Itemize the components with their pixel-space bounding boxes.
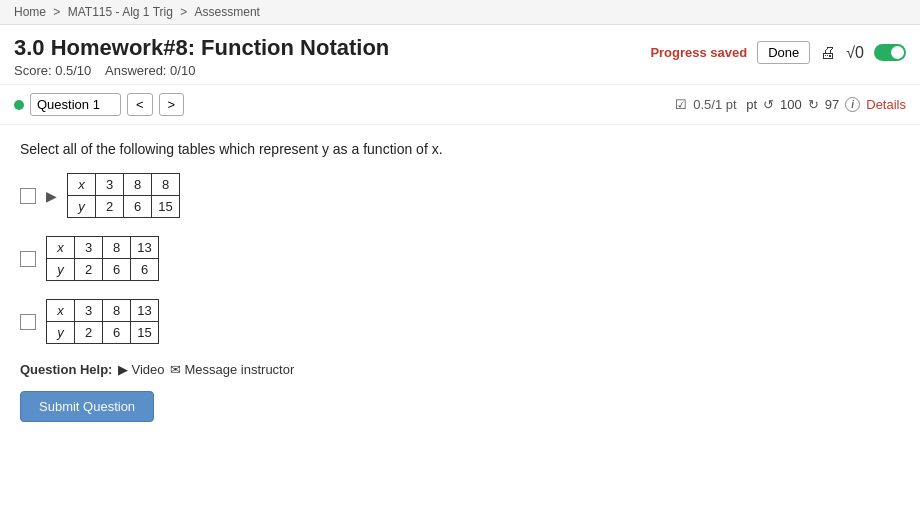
y-label-1: y	[68, 196, 96, 218]
question-nav-left: Question 1 < >	[14, 93, 184, 116]
y-label-3: y	[47, 322, 75, 344]
video-label: Video	[131, 362, 164, 377]
score-info: Score: 0.5/10 Answered: 0/10	[14, 63, 389, 78]
y3-val2: 6	[103, 322, 131, 344]
breadcrumb-course[interactable]: MAT115 - Alg 1 Trig	[68, 5, 173, 19]
table-option-3: x 3 8 13 y 2 6 15	[20, 299, 900, 344]
checkbox-icon: ☑	[675, 97, 687, 112]
pt-label: pt	[743, 97, 757, 112]
y3-val1: 2	[75, 322, 103, 344]
y-label-2: y	[47, 259, 75, 281]
breadcrumb: Home > MAT115 - Alg 1 Trig > Assessment	[0, 0, 920, 25]
info-icon[interactable]: i	[845, 97, 860, 112]
tries-count: 100	[780, 97, 802, 112]
question-status-dot	[14, 100, 24, 110]
question-selector[interactable]: Question 1	[30, 93, 121, 116]
table-2: x 3 8 13 y 2 6 6	[46, 236, 159, 281]
header-left: 3.0 Homework#8: Function Notation Score:…	[14, 35, 389, 78]
question-help: Question Help: ▶ Video ✉ Message instruc…	[20, 362, 900, 377]
table-option-2: x 3 8 13 y 2 6 6	[20, 236, 900, 281]
x-label-2: x	[47, 237, 75, 259]
details-link[interactable]: Details	[866, 97, 906, 112]
y2-val2: 6	[103, 259, 131, 281]
x3-val3: 13	[131, 300, 159, 322]
x-label-3: x	[47, 300, 75, 322]
page-title: 3.0 Homework#8: Function Notation	[14, 35, 389, 61]
score-label: Score: 0.5/10	[14, 63, 91, 78]
y3-val3: 15	[131, 322, 159, 344]
x1-val3: 8	[152, 174, 180, 196]
done-button[interactable]: Done	[757, 41, 810, 64]
checkbox-2[interactable]	[20, 251, 36, 267]
points-display: 0.5/1 pt	[693, 97, 736, 112]
checkbox-1[interactable]	[20, 188, 36, 204]
header-area: 3.0 Homework#8: Function Notation Score:…	[0, 25, 920, 85]
refresh-icon: ↻	[808, 97, 819, 112]
x2-val2: 8	[103, 237, 131, 259]
y1-val1: 2	[96, 196, 124, 218]
y2-val3: 6	[131, 259, 159, 281]
video-icon: ▶	[118, 362, 128, 377]
print-icon[interactable]: 🖨	[820, 44, 836, 62]
next-question-button[interactable]: >	[159, 93, 185, 116]
y2-val1: 2	[75, 259, 103, 281]
sqrt-icon: √0	[846, 44, 864, 62]
progress-saved-label: Progress saved	[650, 45, 747, 60]
email-icon: ✉	[170, 362, 181, 377]
breadcrumb-current: Assessment	[195, 5, 260, 19]
cursor-icon-1: ▶	[46, 188, 57, 204]
question-nav-right: ☑ 0.5/1 pt pt ↺ 100 ↻ 97 i Details	[675, 97, 906, 112]
question-text: Select all of the following tables which…	[20, 141, 900, 157]
answered-label: Answered: 0/10	[105, 63, 195, 78]
x3-val1: 3	[75, 300, 103, 322]
prev-question-button[interactable]: <	[127, 93, 153, 116]
submit-button[interactable]: Submit Question	[20, 391, 154, 422]
header-right: Progress saved Done 🖨 √0	[650, 41, 906, 64]
x1-val1: 3	[96, 174, 124, 196]
y1-val3: 15	[152, 196, 180, 218]
x2-val3: 13	[131, 237, 159, 259]
x1-val2: 8	[124, 174, 152, 196]
y1-val2: 6	[124, 196, 152, 218]
table-3: x 3 8 13 y 2 6 15	[46, 299, 159, 344]
tries-icon: ↺	[763, 97, 774, 112]
refresh-count: 97	[825, 97, 839, 112]
message-instructor-link[interactable]: ✉ Message instructor	[170, 362, 294, 377]
video-link[interactable]: ▶ Video	[118, 362, 164, 377]
toggle-switch[interactable]	[874, 44, 906, 61]
x3-val2: 8	[103, 300, 131, 322]
checkbox-3[interactable]	[20, 314, 36, 330]
message-label: Message instructor	[184, 362, 294, 377]
table-1: x 3 8 8 y 2 6 15	[67, 173, 180, 218]
help-label: Question Help:	[20, 362, 112, 377]
table-option-1: ▶ x 3 8 8 y 2 6 15	[20, 173, 900, 218]
submit-area: Submit Question	[20, 377, 900, 422]
main-content: Select all of the following tables which…	[0, 125, 920, 438]
breadcrumb-home[interactable]: Home	[14, 5, 46, 19]
x-label-1: x	[68, 174, 96, 196]
question-nav: Question 1 < > ☑ 0.5/1 pt pt ↺ 100 ↻ 97 …	[0, 85, 920, 125]
x2-val1: 3	[75, 237, 103, 259]
